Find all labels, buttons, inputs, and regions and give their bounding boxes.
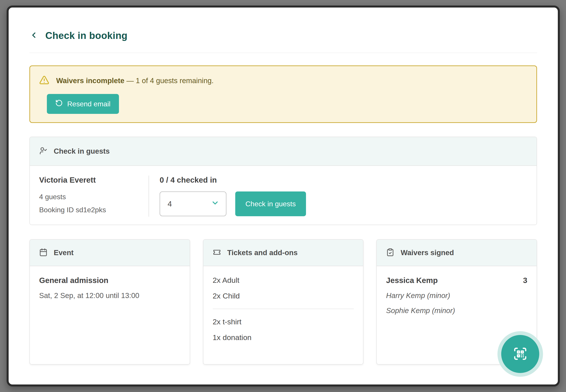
- chevron-left-icon: [29, 31, 38, 41]
- addon-item: 2x t-shirt: [213, 318, 354, 326]
- waivers-card-body: Jessica Kemp 3 Harry Kemp (minor) Sophie…: [377, 266, 537, 324]
- booking-summary: Victoria Everett 4 guests Booking ID sd1…: [30, 166, 149, 225]
- event-card-body: General admission Sat, 2 Sep, at 12:00 u…: [30, 266, 190, 309]
- checkin-panel-title: Check in guests: [54, 147, 110, 155]
- waiver-minor: Harry Kemp (minor): [386, 291, 527, 300]
- detail-cards: Event General admission Sat, 2 Sep, at 1…: [29, 239, 537, 364]
- waiver-signer-name: Jessica Kemp: [386, 276, 438, 285]
- tickets-card-header: Tickets and add-ons: [203, 240, 363, 266]
- event-card: Event General admission Sat, 2 Sep, at 1…: [29, 239, 190, 364]
- addon-item: 1x donation: [213, 333, 354, 342]
- waiver-count: 3: [523, 276, 527, 285]
- checkin-panel-header: Check in guests: [30, 137, 537, 166]
- tickets-card-title: Tickets and add-ons: [227, 249, 298, 257]
- resend-email-button[interactable]: Resend email: [47, 94, 119, 114]
- user-check-icon: [39, 147, 48, 156]
- check-in-guests-button[interactable]: Check in guests: [235, 192, 306, 216]
- page-title: Check in booking: [45, 30, 128, 41]
- ticket-item: 2x Child: [213, 292, 354, 300]
- calendar-icon: [39, 248, 48, 257]
- page-content: Check in booking Waivers incomplete — 1 …: [9, 29, 558, 364]
- waivers-warning-banner: Waivers incomplete — 1 of 4 guests remai…: [29, 65, 537, 123]
- checkin-progress: 0 / 4 checked in: [160, 176, 306, 184]
- warning-title: Waivers incomplete: [56, 76, 124, 85]
- warning-message-row: Waivers incomplete — 1 of 4 guests remai…: [39, 75, 527, 86]
- event-card-title: Event: [54, 249, 74, 257]
- event-name: General admission: [39, 276, 180, 285]
- tickets-divider: [213, 309, 354, 309]
- app-window: Check in booking Waivers incomplete — 1 …: [7, 6, 560, 386]
- waivers-card: Waivers signed Jessica Kemp 3 Harry Kemp…: [376, 239, 537, 364]
- scan-qr-button[interactable]: [501, 335, 539, 373]
- checkin-panel-body: Victoria Everett 4 guests Booking ID sd1…: [30, 166, 537, 225]
- chevron-down-icon: [211, 199, 219, 209]
- page-header: Check in booking: [29, 29, 537, 42]
- checkin-controls: 4 Check in guests: [160, 192, 306, 216]
- alert-triangle-icon: [39, 75, 50, 86]
- back-button[interactable]: [29, 31, 38, 41]
- warning-message: — 1 of 4 guests remaining.: [124, 76, 214, 85]
- guest-count: 4 guests: [39, 193, 149, 201]
- checkin-actions: 0 / 4 checked in 4 Check in guests: [149, 166, 306, 225]
- tickets-card-body: 2x Adult 2x Child 2x t-shirt 1x donation: [203, 266, 363, 351]
- waivers-card-header: Waivers signed: [377, 240, 537, 266]
- booking-id: Booking ID sd1e2pks: [39, 206, 149, 214]
- warning-text: Waivers incomplete — 1 of 4 guests remai…: [56, 76, 214, 85]
- guest-name: Victoria Everett: [39, 176, 149, 184]
- guest-quantity-select[interactable]: 4: [160, 192, 226, 216]
- qr-scan-icon: [513, 347, 527, 362]
- clipboard-check-icon: [386, 248, 394, 257]
- event-datetime: Sat, 2 Sep, at 12:00 until 13:00: [39, 291, 180, 300]
- waiver-signer-row: Jessica Kemp 3: [386, 276, 527, 285]
- ticket-item: 2x Adult: [213, 276, 354, 285]
- event-card-header: Event: [30, 240, 190, 266]
- header-divider: [29, 53, 537, 53]
- ticket-icon: [213, 248, 221, 257]
- rotate-ccw-icon: [55, 99, 63, 109]
- waiver-minor: Sophie Kemp (minor): [386, 307, 527, 315]
- guest-quantity-value: 4: [167, 199, 172, 208]
- tickets-card: Tickets and add-ons 2x Adult 2x Child 2x…: [203, 239, 364, 364]
- waivers-card-title: Waivers signed: [401, 249, 454, 257]
- checkin-panel: Check in guests Victoria Everett 4 guest…: [29, 137, 537, 225]
- resend-email-label: Resend email: [67, 100, 110, 108]
